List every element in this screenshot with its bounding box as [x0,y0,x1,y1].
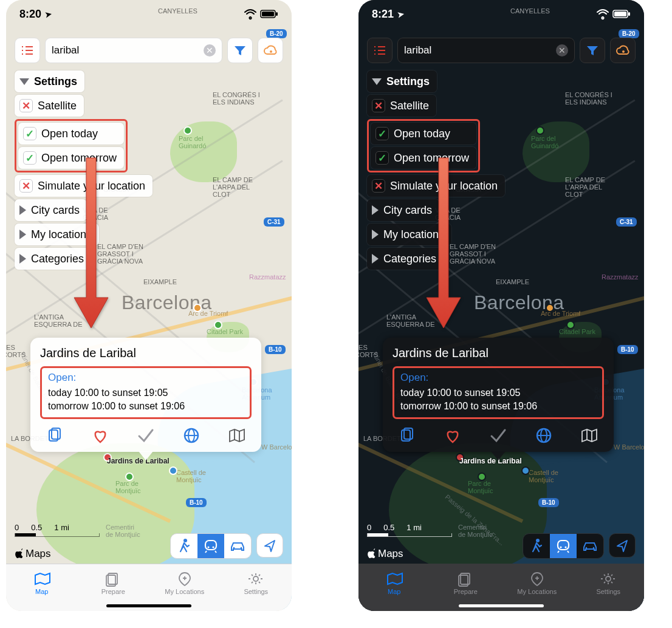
checkbox-off-icon: ✕ [19,179,33,193]
tab-settings[interactable]: Settings [573,564,645,602]
clear-search-icon[interactable]: ✕ [204,44,216,56]
tab-map[interactable]: Map [6,564,78,602]
svg-rect-2 [276,12,278,16]
setting-open-today[interactable]: ✓Open today [18,123,124,145]
locate-me-button[interactable] [609,533,636,558]
svg-point-46 [564,546,566,548]
list-button[interactable] [15,38,40,63]
popup-favorite-button[interactable] [442,426,464,445]
mode-transit[interactable] [550,534,577,558]
map-scale: 00.51 mi [367,523,452,537]
maps-attribution: Maps [367,548,403,560]
phone-light: Barcelona EIXAMPLE GRÀCIA L'ANTIGA ESQUE… [6,0,292,611]
popup-copy-button[interactable] [44,426,66,445]
svg-point-9 [270,50,272,53]
search-input[interactable] [52,44,204,56]
status-bar: 8:20 ➤ [6,0,292,28]
mode-car[interactable] [224,534,251,558]
phone-dark: Barcelona EIXAMPLE GRÀCIA L'ANTIGA ESQUE… [358,0,644,611]
locate-me-button[interactable] [256,533,283,558]
location-services-icon: ➤ [397,9,405,19]
svg-point-18 [212,546,214,548]
checkbox-off-icon: ✕ [372,179,385,193]
popup-title: Jardins de Laribal [393,346,604,360]
svg-point-27 [253,576,258,581]
svg-line-20 [215,551,216,553]
filter-button[interactable] [227,38,253,63]
tab-prepare[interactable]: Prepare [430,564,502,602]
popup-map-button[interactable] [578,426,600,445]
list-button[interactable] [367,38,393,63]
svg-rect-30 [628,12,630,16]
annotation-arrow [419,158,468,343]
setting-open-today[interactable]: ✓Open today [371,123,476,145]
search-field[interactable]: ✕ [45,38,222,63]
popup-favorite-button[interactable] [89,426,111,445]
filter-button[interactable] [580,38,605,63]
disclosure-down-icon [372,78,382,85]
open-label: Open: [48,372,244,384]
popup-title: Jardins de Laribal [40,346,252,360]
popup-map-button[interactable] [226,426,248,445]
svg-point-55 [606,576,611,581]
svg-point-15 [183,539,187,542]
battery-icon [612,10,631,18]
setting-satellite[interactable]: ✕Satellite [15,95,84,117]
svg-rect-16 [205,541,216,550]
checkbox-on-icon: ✓ [23,127,36,140]
mode-walk[interactable] [523,534,550,558]
settings-header[interactable]: Settings [367,70,437,92]
transport-mode-picker [523,533,636,559]
svg-point-37 [622,50,625,53]
popup-done-button[interactable] [135,426,157,445]
open-label: Open: [400,372,596,384]
home-indicator [106,604,191,607]
status-bar: 8:21 ➤ [358,0,644,28]
disclosure-right-icon [372,254,379,264]
popup-done-button[interactable] [487,426,509,445]
mode-transit[interactable] [197,534,224,558]
disclosure-right-icon [372,205,379,215]
checkbox-off-icon: ✕ [372,99,385,112]
disclosure-right-icon [19,205,26,215]
svg-point-50 [593,547,595,549]
home-indicator [459,604,544,607]
mode-car[interactable] [577,534,603,558]
popup-web-button[interactable] [180,426,202,445]
tab-map[interactable]: Map [358,564,430,602]
search-field[interactable]: ✕ [397,38,575,63]
svg-line-47 [558,551,559,553]
cloud-button[interactable] [258,38,283,63]
status-time: 8:20 [19,8,41,21]
mode-walk[interactable] [171,534,197,558]
clear-search-icon[interactable]: ✕ [556,44,568,56]
cloud-button[interactable] [610,38,636,63]
battery-icon [260,10,278,18]
svg-line-48 [567,551,569,553]
place-popup: Jardins de Laribal Open: today 10:00 to … [30,338,261,452]
svg-rect-1 [262,12,274,16]
tab-prepare[interactable]: Prepare [78,564,149,602]
search-input[interactable] [404,44,556,56]
tab-settings[interactable]: Settings [221,564,292,602]
checkbox-on-icon: ✓ [375,127,389,140]
popup-web-button[interactable] [533,426,555,445]
popup-copy-button[interactable] [396,426,418,445]
svg-point-17 [207,546,209,548]
svg-point-21 [233,547,235,549]
annotation-arrow [67,158,115,343]
svg-point-43 [536,539,540,542]
disclosure-right-icon [19,254,26,264]
apple-logo-icon [15,548,24,559]
disclosure-right-icon [372,230,379,239]
tab-my-locations[interactable]: My Locations [501,564,573,602]
disclosure-right-icon [19,230,26,239]
settings-header[interactable]: Settings [15,70,84,92]
svg-rect-44 [558,541,569,550]
setting-satellite[interactable]: ✕Satellite [367,95,436,117]
checkbox-on-icon: ✓ [23,151,36,165]
wifi-icon [244,10,256,18]
checkbox-on-icon: ✓ [375,151,389,165]
highlight-open-hours: Open: today 10:00 to sunset 19:05 tomorr… [40,366,252,419]
tab-my-locations[interactable]: My Locations [149,564,221,602]
